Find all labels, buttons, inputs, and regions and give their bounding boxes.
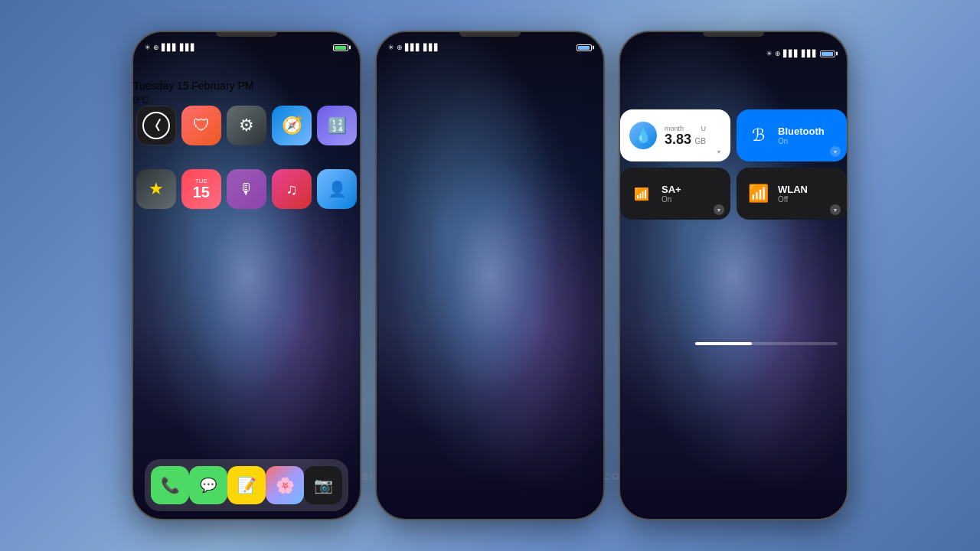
phone-1: ✳ ⊕ ▋▋▋ ▋▋▋ 13:29 Tuesday 15 February PM… [132,31,361,520]
dock-camera[interactable]: 📷 [304,466,342,504]
sa-tile-text: SA+ On [662,184,681,204]
wlan-tile-text: WLAN Off [778,184,808,204]
battery-container-1 [333,44,348,51]
themes-icon: ★ [136,169,176,209]
wallpaper-3 [620,32,847,519]
bottom-dock: 📞 💬 📝 🌸 📷 [145,459,348,511]
data-tile-icon: 💧 [629,122,657,149]
wifi-icon: 📶 [748,184,769,204]
recorder-icon: 🎙 [227,169,266,209]
dock-phone[interactable]: 📞 [151,466,189,504]
camera-icon: 📷 [314,476,333,494]
battery-fill-2 [578,46,590,50]
dock-gallery[interactable]: 🌸 [266,466,304,504]
music-note-icon: ♫ [286,181,298,198]
music-icon: ♫ [272,169,312,209]
bluetooth-tile-icon: ℬ [746,123,770,148]
battery-icon-2 [577,44,592,51]
bars-icon: 📶 [634,187,649,201]
wlan-tile-expand[interactable]: ▼ [830,204,841,215]
messages-icon: 💬 [200,477,217,494]
clock-face [142,112,170,139]
status-icons-3: ✳ ⊕ ▋▋▋ ▋▋▋ [766,50,835,57]
phone-icon: 📞 [161,476,180,494]
data-value-container: 3.83 GB [665,132,706,147]
battery-icon-1 [333,44,348,51]
nfc-icon-3: ⊕ [775,50,781,57]
cc-data-tile[interactable]: 💧 month U 3.83 GB ▼ [620,109,730,161]
power-button-3[interactable] [847,151,848,189]
battery-icon-3 [820,51,835,57]
cc-sa-tile[interactable]: 📶 SA+ On ▼ [620,168,730,220]
power-button-2[interactable] [603,151,605,189]
data-tile-expand[interactable]: ▼ [714,146,724,157]
bt-icon-3: ✳ [766,50,773,57]
battery-fill-3 [822,52,833,56]
lock-temp: 0°C [133,95,360,106]
sa-title: SA+ [662,184,681,195]
cc-wlan-tile[interactable]: 📶 WLAN Off ▼ [737,168,847,220]
phone-2: ✳ ⊕ ▋▋▋ ▋▋▋ 13:30 TUE 02/15 Swipe up to … [375,31,605,520]
nfc-icon: ⊕ [153,44,159,51]
lock-date: Tuesday 15 February PM [133,80,360,92]
signal2-icon-3: ▋▋▋ [802,50,818,57]
status-icons-2: ✳ ⊕ ▋▋▋ ▋▋▋ [388,44,439,51]
bluetooth-tile-expand[interactable]: ▼ [830,146,841,157]
sa-status: On [662,195,681,204]
brightness-slider[interactable] [695,342,838,345]
calculator-icon: 🔢 [317,106,357,145]
cc-bluetooth-tile[interactable]: ℬ Bluetooth On ▼ [737,109,847,161]
phone-3: SA+ | SA+ ✳ ⊕ ▋▋▋ ▋▋▋ 13:30 Tuesday, Feb… [619,31,848,520]
contact-person-icon: 👤 [328,180,347,198]
calendar-date-display: TUE 15 [193,178,210,200]
status-bar-2: ✳ ⊕ ▋▋▋ ▋▋▋ [388,40,592,55]
signal2-icon-2: ▋▋▋ [423,44,439,51]
clock-icon [136,106,176,145]
data-unit: GB [695,137,706,145]
security-icon: 🛡 [181,106,221,145]
data-numbers: month U 3.83 GB [665,125,706,147]
signal-icon-2: ▋▋▋ [405,44,421,51]
bt-icon-2: ✳ [388,44,394,51]
contacts-icon: 👤 [317,169,357,209]
wlan-status: Off [778,195,808,204]
status-bar-1: ✳ ⊕ ▋▋▋ ▋▋▋ [145,40,348,55]
signal2-icon: ▋▋▋ [180,44,196,51]
calendar-icon: TUE 15 [181,169,221,209]
power-button[interactable] [360,151,361,189]
battery-container-2 [577,44,592,51]
data-value: 3.83 [665,132,691,147]
phones-container: ✳ ⊕ ▋▋▋ ▋▋▋ 13:29 Tuesday 15 February PM… [132,31,848,520]
nfc-icon-2: ⊕ [397,44,403,51]
status-bar-3: ✳ ⊕ ▋▋▋ ▋▋▋ [632,46,835,61]
bluetooth-status: On [778,137,825,145]
wallpaper-glow-2 [422,154,558,397]
bluetooth-tile-text: Bluetooth On [778,126,825,145]
wlan-tile-icon: 📶 [746,181,770,206]
signal-icon-3: ▋▋▋ [783,50,799,57]
themes-star-icon: ★ [149,179,164,199]
data-u: U [701,125,706,132]
browser-icon: 🧭 [272,106,312,145]
battery-fill-1 [335,46,346,50]
status-icons-1: ✳ ⊕ ▋▋▋ ▋▋▋ [145,44,196,51]
dock-messages[interactable]: 💬 [189,466,227,504]
bt-icon: ✳ [145,44,151,51]
gallery-icon: 🌸 [276,476,295,494]
sa-tile-icon: 📶 [629,181,654,206]
wlan-title: WLAN [778,184,808,195]
bluetooth-title: Bluetooth [778,126,825,137]
bluetooth-icon: ℬ [752,126,765,145]
signal-icon: ▋▋▋ [162,44,178,51]
mic-icon: 🎙 [239,181,254,198]
brightness-fill [695,342,752,345]
sa-tile-expand[interactable]: ▼ [714,204,724,215]
settings-icon: ⚙ [227,106,266,145]
dock-notes[interactable]: 📝 [227,466,266,504]
wallpaper-2 [377,32,603,519]
notes-icon: 📝 [237,476,256,494]
